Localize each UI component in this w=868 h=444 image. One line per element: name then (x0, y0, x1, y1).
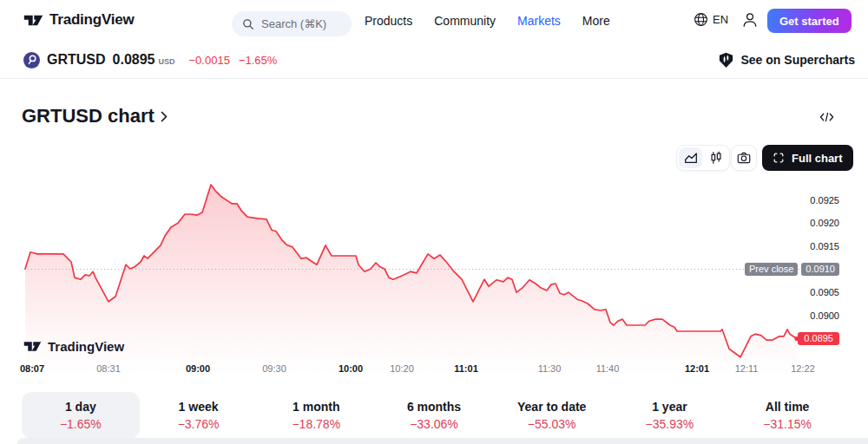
chart-style-toggle (676, 145, 730, 171)
symbol-name: GRTUSD (47, 52, 106, 68)
nav-more[interactable]: More (582, 14, 610, 28)
range-label: 1 week (179, 400, 219, 414)
last-price-badge: 0.0895 (798, 332, 839, 345)
symbol-change: −0.0015 −1.65% (189, 54, 278, 67)
range-label: 6 months (407, 400, 461, 414)
supercharts-icon (718, 52, 734, 69)
range-year-to-date[interactable]: Year to date−55.03% (493, 392, 611, 439)
camera-icon (736, 150, 752, 166)
next-section-edge (17, 438, 868, 444)
chevron-right-icon (161, 111, 168, 122)
supercharts-label: See on Supercharts (741, 53, 856, 67)
range-selector: 1 day−1.65%1 week−3.76%1 month−18.78%6 m… (22, 392, 846, 439)
range-change: −33.06% (410, 417, 458, 431)
brand-name: TradingView (49, 11, 135, 29)
price-axis-label: 0.0900 (787, 310, 839, 321)
user-profile-button[interactable] (741, 11, 759, 29)
full-chart-label: Full chart (792, 152, 843, 165)
range-label: 1 year (652, 400, 687, 414)
symbol-info: GRTUSD 0.0895 USD −0.0015 −1.65% (23, 42, 277, 78)
range-label: 1 month (293, 400, 339, 414)
prev-close-badge: Prev close 0.0910 (745, 263, 839, 276)
range-6-months[interactable]: 6 months−33.06% (375, 392, 493, 439)
see-on-supercharts-link[interactable]: See on Supercharts (718, 42, 856, 78)
range-change: −1.65% (60, 417, 102, 431)
prev-close-value: 0.0910 (801, 263, 839, 276)
time-axis-label: 09:00 (186, 363, 210, 375)
time-axis-label: 11:40 (596, 363, 620, 375)
tradingview-logo-icon (23, 340, 42, 353)
get-started-button[interactable]: Get started (767, 9, 852, 33)
time-axis-label: 11:30 (538, 363, 562, 375)
tradingview-page: TradingView Search (⌘K) ProductsCommunit… (0, 0, 868, 444)
range-1-year[interactable]: 1 year−35.93% (611, 392, 729, 439)
grt-coin-icon (23, 52, 40, 69)
range-label: 1 day (65, 400, 96, 414)
range-1-week[interactable]: 1 week−3.76% (140, 392, 258, 439)
range-change: −35.93% (646, 417, 694, 431)
time-axis-label: 11:01 (454, 363, 478, 375)
full-chart-button[interactable]: Full chart (762, 145, 853, 171)
range-label: Year to date (517, 400, 586, 414)
candlestick-style-button[interactable] (704, 147, 727, 168)
time-axis-label: 10:20 (390, 363, 414, 375)
change-percent: −1.65% (239, 54, 277, 67)
fullscreen-icon (773, 152, 785, 164)
main-nav: ProductsCommunityMarketsMore (365, 0, 610, 42)
watermark-label: TradingView (48, 339, 124, 354)
range-1-day[interactable]: 1 day−1.65% (22, 392, 140, 439)
area-fill (25, 185, 797, 374)
code-icon (819, 111, 834, 123)
get-started-label: Get started (779, 15, 839, 28)
range-change: −3.76% (178, 417, 220, 431)
search-icon (242, 18, 254, 30)
time-axis-label: 12:01 (685, 363, 709, 375)
change-absolute: −0.0015 (189, 54, 230, 67)
search-placeholder: Search (⌘K) (261, 17, 326, 30)
time-axis-label: 12:11 (735, 363, 759, 375)
tradingview-logo[interactable]: TradingView (23, 11, 135, 29)
chart-watermark: TradingView (23, 339, 124, 354)
search-input[interactable]: Search (⌘K) (232, 11, 352, 36)
nav-markets[interactable]: Markets (517, 14, 561, 28)
nav-products[interactable]: Products (365, 14, 412, 28)
page-title: GRTUSD chart (22, 105, 155, 127)
range-1-month[interactable]: 1 month−18.78% (257, 392, 375, 439)
page-title-link[interactable]: GRTUSD chart (22, 105, 168, 127)
globe-icon (694, 12, 708, 27)
language-button[interactable]: EN (694, 12, 728, 27)
symbol-bar: GRTUSD 0.0895 USD −0.0015 −1.65% See on … (0, 42, 868, 79)
language-label: EN (713, 13, 728, 26)
time-axis-label: 12:22 (791, 363, 815, 375)
range-change: −31.15% (763, 417, 812, 431)
price-axis-label: 0.0915 (787, 241, 839, 251)
area-chart-icon (683, 150, 699, 166)
range-change: −55.03% (528, 417, 576, 431)
nav-community[interactable]: Community (434, 14, 496, 28)
time-axis-label: 08:31 (96, 363, 121, 375)
snapshot-button[interactable] (731, 145, 757, 171)
candlestick-icon (708, 150, 724, 166)
embed-code-button[interactable] (819, 111, 834, 123)
area-chart-style-button[interactable] (679, 147, 702, 168)
price-axis-label: 0.0905 (787, 287, 839, 297)
price-axis-label: 0.0925 (787, 195, 839, 206)
range-all-time[interactable]: All time−31.15% (728, 392, 846, 439)
price-axis-label: 0.0920 (787, 218, 839, 228)
symbol-price: 0.0895 (113, 52, 155, 68)
time-axis-label: 08:07 (20, 363, 44, 375)
prev-close-label: Prev close (745, 263, 798, 276)
symbol-currency: USD (159, 54, 175, 66)
range-label: All time (766, 400, 810, 414)
time-axis-label: 10:00 (339, 363, 363, 375)
range-change: −18.78% (292, 417, 340, 431)
time-axis-label: 09:30 (262, 363, 286, 375)
tradingview-logo-icon (23, 13, 43, 28)
